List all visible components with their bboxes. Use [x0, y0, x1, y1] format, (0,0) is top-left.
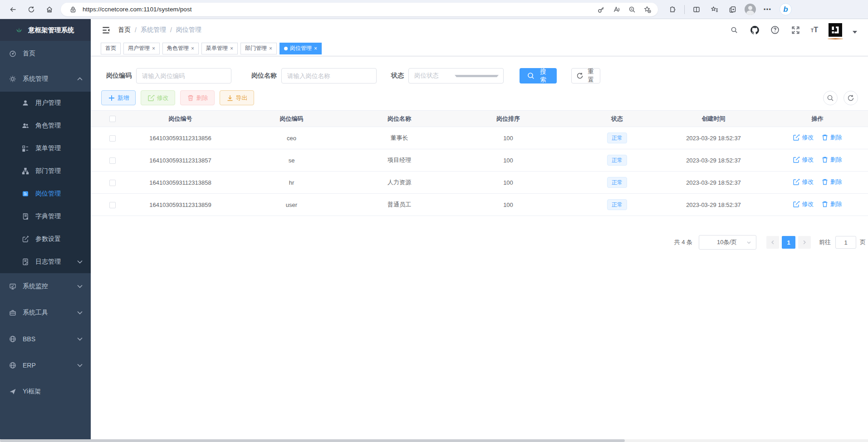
sidebar-item-dict-mgmt[interactable]: 字典管理: [0, 205, 91, 228]
sidebar-item-user-mgmt[interactable]: 用户管理: [0, 92, 91, 114]
scrollbar-thumb[interactable]: [0, 439, 625, 442]
app-logo[interactable]: 意框架管理系统: [0, 19, 91, 41]
github-icon[interactable]: [750, 25, 760, 35]
more-icon[interactable]: ⋯: [761, 3, 774, 16]
split-screen-icon[interactable]: [690, 3, 703, 16]
row-delete-link[interactable]: 删除: [821, 178, 842, 186]
row-checkbox[interactable]: [109, 157, 116, 164]
total-count: 共 4 条: [674, 238, 692, 246]
favorite-add-icon[interactable]: [642, 4, 653, 15]
search-icon[interactable]: [729, 25, 739, 35]
close-icon[interactable]: ×: [230, 45, 233, 52]
breadcrumb-system[interactable]: 系统管理: [141, 26, 166, 34]
home-icon[interactable]: [43, 3, 56, 16]
row-edit-link[interactable]: 修改: [793, 156, 814, 164]
toggle-search-icon[interactable]: [823, 91, 838, 105]
breadcrumb-home[interactable]: 首页: [118, 26, 131, 34]
horizontal-scrollbar[interactable]: [0, 439, 868, 442]
extensions-icon[interactable]: [666, 3, 679, 16]
sidebar-item-dept-mgmt[interactable]: 部门管理: [0, 160, 91, 182]
edit-icon: [22, 236, 29, 243]
close-icon[interactable]: ×: [191, 45, 194, 52]
sidebar-item-log-mgmt[interactable]: 日志管理: [0, 250, 91, 273]
refresh-table-icon[interactable]: [843, 91, 858, 105]
refresh-icon[interactable]: [25, 3, 38, 16]
row-delete-link[interactable]: 删除: [821, 133, 842, 142]
sidebar-item-home[interactable]: 首页: [0, 41, 91, 66]
sidebar-item-tools[interactable]: 系统工具: [0, 300, 91, 326]
sidebar-item-param-settings[interactable]: 参数设置: [0, 228, 91, 250]
chevron-up-icon: [76, 75, 83, 83]
back-icon[interactable]: [6, 3, 20, 16]
profile-icon[interactable]: [745, 4, 756, 15]
post-name-label: 岗位名称: [246, 72, 277, 80]
row-checkbox[interactable]: [109, 202, 116, 208]
dropdown-caret-icon[interactable]: [853, 31, 857, 34]
goto-page-input[interactable]: [835, 236, 856, 249]
row-checkbox[interactable]: [109, 180, 116, 186]
row-delete-link[interactable]: 删除: [821, 156, 842, 164]
reset-button[interactable]: 重置: [571, 68, 600, 83]
goto-label: 前往: [819, 238, 831, 246]
sidebar-item-role-mgmt[interactable]: 角色管理: [0, 114, 91, 137]
select-all-checkbox[interactable]: [109, 116, 116, 122]
dictionary-icon: [22, 213, 29, 220]
trash-icon: [821, 178, 829, 186]
tab-role-mgmt[interactable]: 角色管理 ×: [162, 43, 199, 54]
delete-button[interactable]: 删除: [180, 90, 215, 105]
row-edit-link[interactable]: 修改: [793, 178, 814, 186]
page-number-1[interactable]: 1: [782, 236, 795, 249]
fullscreen-icon[interactable]: [790, 25, 800, 35]
edit-button[interactable]: 修改: [141, 90, 175, 105]
table-header-row: 岗位编号 岗位编码 岗位名称 岗位排序 状态 创建时间 操作: [91, 111, 868, 127]
read-aloud-icon[interactable]: [611, 4, 623, 15]
key-icon[interactable]: [595, 4, 607, 15]
user-avatar-logo[interactable]: [829, 23, 842, 37]
sidebar-toggle-icon[interactable]: [98, 22, 113, 38]
page-size-select[interactable]: 10条/页: [699, 235, 756, 250]
tab-user-mgmt[interactable]: 用户管理 ×: [123, 43, 160, 54]
table-row: 1641030593112313857 se 项目经理 100 正常 2023-…: [91, 149, 868, 172]
post-code-input[interactable]: [136, 68, 231, 83]
sidebar-item-monitor[interactable]: 系统监控: [0, 273, 91, 300]
help-icon[interactable]: [770, 25, 780, 35]
tab-post-mgmt[interactable]: 岗位管理 ×: [280, 43, 322, 54]
tab-dept-mgmt[interactable]: 部门管理 ×: [240, 43, 277, 54]
next-page-button[interactable]: [798, 236, 811, 249]
row-delete-link[interactable]: 删除: [821, 200, 842, 208]
edit-icon: [793, 178, 800, 186]
pagination: 共 4 条 10条/页 1 前往 页: [91, 235, 868, 250]
favorites-icon[interactable]: [708, 3, 721, 16]
status-select[interactable]: 岗位状态: [408, 68, 504, 83]
duplicate-tab-icon[interactable]: [726, 3, 739, 16]
close-icon[interactable]: ×: [269, 45, 272, 52]
tab-home[interactable]: 首页: [101, 43, 121, 54]
col-create-time: 创建时间: [660, 111, 767, 127]
close-icon[interactable]: ×: [314, 45, 317, 52]
sidebar-item-menu-mgmt[interactable]: 菜单管理: [0, 137, 91, 160]
row-edit-link[interactable]: 修改: [793, 133, 814, 142]
font-size-icon[interactable]: TT: [811, 26, 818, 34]
zoom-out-icon[interactable]: [626, 4, 638, 15]
edit-icon: [793, 156, 800, 163]
address-bar[interactable]: https://ccnetcore.com:1101/system/post: [61, 3, 658, 16]
sidebar-item-erp[interactable]: ERP: [0, 352, 91, 378]
close-icon[interactable]: ×: [152, 45, 155, 52]
export-button[interactable]: 导出: [220, 90, 254, 105]
sidebar-item-post-mgmt[interactable]: 岗位管理: [0, 182, 91, 205]
chevron-down-icon: [76, 335, 83, 343]
row-checkbox[interactable]: [109, 135, 116, 142]
tab-menu-mgmt[interactable]: 菜单管理 ×: [201, 43, 238, 54]
sidebar-item-bbs[interactable]: BBS: [0, 326, 91, 352]
sidebar-item-system[interactable]: 系统管理: [0, 66, 91, 92]
row-edit-link[interactable]: 修改: [793, 200, 814, 208]
lock-icon[interactable]: [67, 4, 79, 15]
breadcrumb: 首页 / 系统管理 / 岗位管理: [118, 26, 201, 34]
add-button[interactable]: 新增: [101, 90, 136, 105]
search-button[interactable]: 搜索: [520, 68, 557, 83]
post-name-input[interactable]: [281, 68, 377, 83]
url-text[interactable]: https://ccnetcore.com:1101/system/post: [83, 6, 592, 13]
prev-page-button[interactable]: [766, 236, 779, 249]
sidebar-item-yi-framework[interactable]: Yi框架: [0, 378, 91, 405]
bing-chat-icon[interactable]: b: [780, 3, 792, 15]
